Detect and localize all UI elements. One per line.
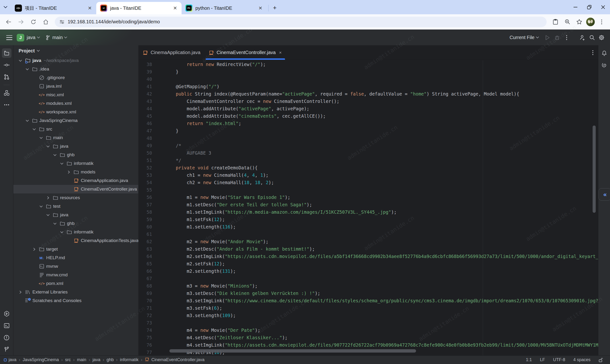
tree-item-resources[interactable]: resources — [13, 194, 138, 202]
code-line-63[interactable]: 63 m2.setDesc("Andor als Film - kommt be… — [139, 245, 598, 253]
code-viewport[interactable]: 38 return new RedirectView("/");39 }4041… — [139, 60, 598, 355]
tree-item-informatik[interactable]: informatik — [13, 228, 138, 236]
breadcrumb-item[interactable]: src — [65, 357, 71, 362]
browser-tab-1[interactable]: <t>项目 - TitanIDE✕ — [11, 2, 96, 14]
home-icon[interactable] — [40, 17, 51, 27]
code-line-57[interactable]: 57 m1.setDesc("Der erste Teil der tollen… — [139, 201, 598, 208]
editor-options-icon[interactable] — [592, 45, 598, 60]
project-tool-icon[interactable] — [2, 48, 12, 58]
code-line-70[interactable]: 70 m3.setImgLink("https://www.cinema.de/… — [139, 297, 598, 304]
project-badge[interactable]: J — [17, 34, 24, 41]
tree-chevron-icon[interactable] — [44, 197, 52, 199]
breadcrumb-item[interactable]: java — [92, 357, 100, 362]
services-tool-icon[interactable] — [2, 309, 12, 318]
tree-item-pom-xml[interactable]: </>pom.xml — [13, 279, 138, 288]
code-line-75[interactable]: 75 m4.setDesc("Zeitloser Klassiker..."); — [139, 334, 598, 341]
tree-chevron-icon[interactable] — [51, 154, 58, 156]
code-line-50[interactable]: 50 AUFGABE 3 — [139, 149, 598, 157]
git-tool-icon[interactable] — [2, 345, 12, 354]
breadcrumb-item[interactable]: CinemaEventController.java — [145, 357, 205, 363]
tree-chevron-icon[interactable] — [17, 291, 24, 293]
code-line-53[interactable]: 53 ch1 = new CinemaHall(4, 4, 1); — [139, 171, 598, 179]
code-with-me-icon[interactable] — [578, 33, 587, 42]
tree-chevron-icon[interactable] — [24, 120, 31, 121]
tree-chevron-icon[interactable] — [58, 163, 65, 164]
code-line-45[interactable]: 45 model.addAttribute("cinemaEvents", ce… — [139, 112, 598, 120]
code-line-47[interactable]: 47 } — [139, 127, 598, 135]
close-tab-icon[interactable]: ✕ — [257, 5, 263, 11]
code-line-49[interactable]: 49 /* — [139, 142, 598, 149]
tree-item-mvnw-cmd[interactable]: mvnw.cmd — [13, 271, 138, 279]
bookmark-star-icon[interactable] — [574, 17, 584, 27]
tree-item-java[interactable]: java — [13, 142, 138, 151]
code-line-44[interactable]: 44 model.addAttribute("activePage", acti… — [139, 105, 598, 112]
tree-chevron-icon[interactable] — [30, 248, 38, 250]
code-line-48[interactable]: 48 — [139, 135, 598, 142]
code-line-41[interactable]: 41 @GetMapping("/") — [139, 83, 598, 90]
tree-item-workspace-xml[interactable]: </>workspace.xml — [13, 108, 138, 116]
tree-item-target[interactable]: target — [13, 245, 138, 253]
code-line-67[interactable]: 67 — [139, 275, 598, 282]
code-line-38[interactable]: 38 return new RedirectView("/"); — [139, 61, 598, 68]
breadcrumb-item[interactable]: JavaSpringCinema — [23, 357, 59, 362]
close-editor-tab-icon[interactable]: × — [279, 50, 282, 55]
code-line-40[interactable]: 40 — [139, 76, 598, 83]
file-encoding[interactable]: UTF-8 — [553, 357, 565, 362]
breadcrumb-item[interactable]: ghb — [106, 357, 114, 362]
close-window-button[interactable] — [596, 0, 610, 14]
tree-item-test[interactable]: test — [13, 202, 138, 211]
line-ending[interactable]: LF — [540, 357, 545, 362]
tree-item-scratches-and-consoles[interactable]: Scratches and Consoles — [13, 296, 138, 305]
tree-chevron-icon[interactable] — [24, 69, 31, 70]
tree-item-ghb[interactable]: ghb — [13, 151, 138, 159]
code-line-61[interactable]: 61 — [139, 231, 598, 238]
code-line-68[interactable]: 68 m3 = new Movie("Minions"); — [139, 282, 598, 290]
chevron-down-icon[interactable] — [37, 49, 40, 52]
code-line-46[interactable]: 46 return "index.html"; — [139, 120, 598, 127]
code-line-52[interactable]: 52 private void createDemoData(){ — [139, 164, 598, 171]
browser-tab-2[interactable]: IJjava - TitanIDE✕ — [96, 2, 182, 14]
breadcrumb-item[interactable]: java — [4, 357, 16, 362]
tree-item-models[interactable]: models — [13, 168, 138, 176]
code-line-54[interactable]: 54 ch2 = new CinemaHall(18, 18, 2); — [139, 179, 598, 186]
more-tools-icon[interactable] — [2, 100, 12, 110]
tree-chevron-icon[interactable] — [65, 171, 72, 173]
minimize-button[interactable] — [569, 0, 582, 14]
new-tab-button[interactable]: + — [270, 3, 280, 13]
browser-tab-3[interactable]: PCpython - TitanIDE✕ — [182, 2, 267, 14]
main-menu-icon[interactable] — [6, 35, 13, 40]
tree-item-informatik[interactable]: informatik — [13, 159, 138, 168]
code-line-55[interactable]: 55 — [139, 186, 598, 194]
code-line-58[interactable]: 58 m1.setImgLink("https://m.media-amazon… — [139, 208, 598, 216]
tree-item--idea[interactable]: .idea — [13, 65, 138, 73]
caret-position[interactable]: 1:1 — [526, 357, 532, 362]
code-line-59[interactable]: 59 m1.setFsk(12); — [139, 216, 598, 223]
tree-item--gitignore[interactable]: .gitignore — [13, 73, 138, 82]
code-line-51[interactable]: 51 */ — [139, 157, 598, 164]
vertical-scrollbar[interactable] — [593, 126, 596, 213]
reload-icon[interactable] — [28, 17, 39, 27]
tree-chevron-icon[interactable] — [38, 206, 45, 207]
tree-item-main[interactable]: main — [13, 133, 138, 142]
tree-chevron-icon[interactable] — [30, 129, 38, 130]
tree-item-mvnw[interactable]: mvnw — [13, 262, 138, 271]
tree-item-javaspringcinema[interactable]: JavaSpringCinema — [13, 116, 138, 125]
tree-chevron-icon[interactable] — [58, 232, 65, 233]
breadcrumb-item[interactable]: informatik — [120, 357, 138, 362]
clipboard-icon[interactable] — [550, 17, 560, 27]
code-line-73[interactable]: 73 — [139, 319, 598, 327]
address-bar[interactable]: 192.168.101.144/ide/web/coding/java/demo — [55, 17, 547, 27]
url-text[interactable]: 192.168.101.144/ide/web/coding/java/demo — [68, 19, 160, 25]
more-actions-icon[interactable] — [562, 33, 571, 42]
commit-tool-icon[interactable] — [2, 60, 12, 70]
tree-item-java[interactable]: java — [13, 211, 138, 219]
code-line-66[interactable]: 66 m2.setLength(131); — [139, 268, 598, 275]
tree-chevron-icon[interactable] — [51, 223, 58, 224]
tree-item-cinemaeventcontroller-java[interactable]: CinemaEventController.java — [13, 185, 138, 194]
settings-gear-icon[interactable] — [597, 33, 606, 42]
pull-requests-tool-icon[interactable] — [2, 72, 12, 82]
editor-tab-2[interactable]: CinemaEventController.java× — [205, 45, 286, 60]
project-selector[interactable]: java — [27, 35, 39, 40]
problems-tool-icon[interactable] — [2, 333, 12, 342]
expand-panel-button[interactable]: « — [598, 188, 610, 201]
